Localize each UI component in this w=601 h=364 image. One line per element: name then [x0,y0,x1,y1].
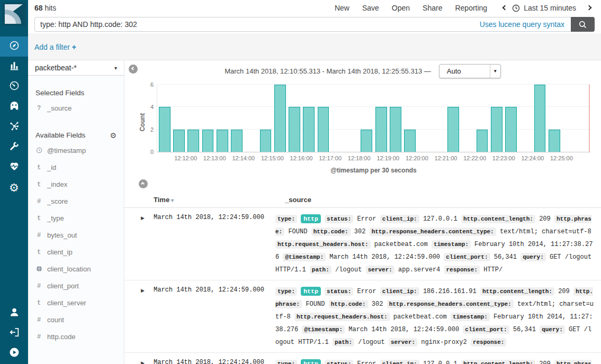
sort-descending-icon: ▾ [171,197,174,203]
source-field-key: status: [325,215,353,223]
time-picker-button[interactable]: Last 15 minutes [524,4,576,12]
interval-select[interactable]: Auto ▼ [439,64,501,78]
x-tick-label: 12:24:00 [521,155,544,161]
field-item-client_ip[interactable]: tclient_ip [28,243,124,260]
hits-count: 68 hits [34,4,56,12]
histogram-bar[interactable] [549,130,560,152]
histogram-bar[interactable] [202,130,214,152]
histogram-bar[interactable] [375,107,387,152]
histogram-bar[interactable] [303,107,315,152]
histogram-bar[interactable] [173,130,185,152]
nav-visualize[interactable] [0,57,28,77]
nav-timelion[interactable] [0,97,28,117]
histogram-bar[interactable] [361,130,372,152]
x-tick-label: 12:21:00 [435,155,458,161]
field-name: client_server [47,299,86,307]
add-filter-button[interactable]: Add a filter + [34,43,76,51]
kibana-logo[interactable] [0,0,28,28]
expand-row-caret[interactable]: ▶ [124,213,154,280]
histogram-bar[interactable] [491,107,503,152]
time-column-header[interactable]: Time▾ [154,196,275,204]
field-item-_id[interactable]: t_id [28,159,124,176]
source-field-key: client_ip: [380,287,419,296]
histogram-bar[interactable] [187,130,199,152]
field-name: @timestamp [47,147,86,154]
source-field-value: app.server4 [398,266,440,274]
time-back-button[interactable] [501,4,508,12]
histogram-bar[interactable] [318,107,329,152]
field-item-client_port[interactable]: #client_port [28,277,124,294]
nav-collapse[interactable] [0,343,28,363]
source-field-value: FOUND [306,301,325,308]
histogram-bar[interactable] [390,107,401,152]
source-field-key: path: [333,338,354,347]
heartbeat-icon [8,160,20,174]
field-item-_source[interactable]: ?_source [28,99,124,116]
nav-discover[interactable] [0,37,28,57]
source-field-key: timestamp: [432,240,471,249]
source-field-value: 209 [539,360,551,364]
source-field-value: text/html; charset=utf-8 [500,228,591,235]
highlighted-value: http [301,214,321,223]
histogram-bar[interactable] [274,85,286,152]
reporting-button[interactable]: Reporting [455,4,487,12]
nav-user-account[interactable] [0,303,28,323]
main-panel: March 14th 2018, 12:10:55.313 - March 14… [124,60,601,364]
expand-row-caret[interactable]: ▶ [124,285,154,352]
field-item-bytes_out[interactable]: #bytes_out [28,226,124,243]
histogram-bar[interactable] [260,130,272,152]
field-item-count[interactable]: #count [28,311,124,328]
nav-logout[interactable] [0,323,28,343]
histogram-bar[interactable] [217,130,228,152]
source-field-key: http.content_length: [480,287,554,296]
field-item-_score[interactable]: #_score [28,193,124,210]
field-item-client_server[interactable]: tclient_server [28,294,124,311]
histogram-bar[interactable] [159,107,171,152]
histogram-bar[interactable] [289,107,300,152]
field-item-_index[interactable]: t_index [28,176,124,193]
highlighted-value: http [301,287,321,296]
new-button[interactable]: New [335,4,349,12]
source-field-key: http.response_headers.content_type: [370,228,496,236]
expand-row-caret[interactable]: ▶ [124,358,154,364]
share-button[interactable]: Share [423,4,442,12]
histogram-bar[interactable] [477,130,488,152]
field-item-@timestamp[interactable]: @timestamp [28,142,124,159]
source-field-value: Error [357,360,376,364]
histogram-bar[interactable] [505,107,517,152]
index-pattern-selector[interactable]: packetbeat-* ▾ [28,60,124,76]
histogram-bar[interactable] [231,130,243,152]
nav-monitoring[interactable] [0,157,28,177]
search-input[interactable] [35,20,480,29]
field-settings-gear-icon[interactable]: ⚙ [110,132,116,139]
source-field-key: client_ip: [380,360,419,364]
nav-rail: ⚙ [0,0,28,364]
lucene-syntax-link[interactable]: Uses lucene query syntax [480,20,564,29]
source-field-key: http.code: [329,300,368,308]
collapse-chart-button[interactable] [139,179,148,188]
field-name: client_location [47,265,91,273]
collapse-sidebar-button[interactable] [129,65,138,74]
histogram-bar[interactable] [534,85,546,152]
histogram-bar[interactable] [404,130,416,152]
y-tick-label: 6 [150,81,154,88]
field-item-_type[interactable]: t_type [28,210,124,226]
field-item-client_location[interactable]: client_location [28,260,124,277]
highlighted-value: http [301,359,321,364]
save-button[interactable]: Save [362,4,379,12]
histogram-bar[interactable] [447,107,459,152]
search-button[interactable] [571,17,595,32]
search-box: Uses lucene query syntax [34,17,595,32]
nav-dashboard[interactable] [0,77,28,97]
source-field-key: status: [325,360,353,364]
field-item-http.code[interactable]: #http.code [28,328,124,345]
nav-management[interactable]: ⚙ [0,177,28,197]
row-source: type: http status: Error client_ip: 186.… [275,285,601,349]
date-field-icon [35,147,42,154]
nav-graph[interactable] [0,117,28,137]
wrench-icon [8,140,20,154]
nav-dev-tools[interactable] [0,137,28,157]
open-button[interactable]: Open [392,4,410,12]
time-forward-button[interactable] [586,4,594,12]
geo-field-icon [35,266,42,273]
